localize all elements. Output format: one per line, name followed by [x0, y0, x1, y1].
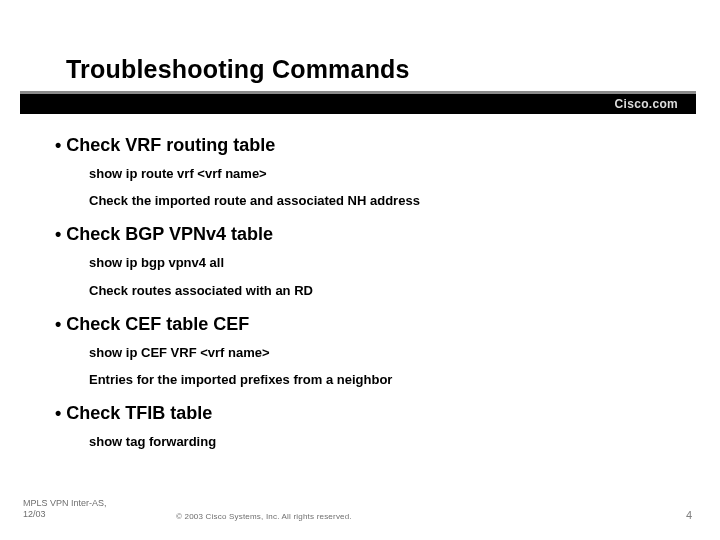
bullet-3-desc: Entries for the imported prefixes from a… [89, 371, 680, 389]
bullet-1: • Check VRF routing table [55, 135, 680, 156]
bullet-4-cmd: show tag forwarding [89, 433, 680, 451]
brand-text: Cisco.com [615, 97, 678, 111]
brand-bar: Cisco.com [20, 94, 696, 114]
footer-page-number: 4 [686, 509, 692, 521]
bullet-1-desc: Check the imported route and associated … [89, 192, 680, 210]
content-area: • Check VRF routing table show ip route … [55, 135, 680, 451]
footer-left-line2: 12/03 [23, 509, 107, 520]
bullet-2-cmd: show ip bgp vpnv4 all [89, 254, 680, 272]
bullet-3-cmd: show ip CEF VRF <vrf name> [89, 344, 680, 362]
bullet-2-desc: Check routes associated with an RD [89, 282, 680, 300]
footer-left: MPLS VPN Inter-AS, 12/03 [23, 498, 107, 520]
bullet-3: • Check CEF table CEF [55, 314, 680, 335]
bullet-4: • Check TFIB table [55, 403, 680, 424]
bullet-1-cmd: show ip route vrf <vrf name> [89, 165, 680, 183]
footer-copyright: © 2003 Cisco Systems, Inc. All rights re… [176, 512, 352, 521]
slide-title: Troubleshooting Commands [66, 55, 410, 84]
footer-left-line1: MPLS VPN Inter-AS, [23, 498, 107, 509]
bullet-2: • Check BGP VPNv4 table [55, 224, 680, 245]
